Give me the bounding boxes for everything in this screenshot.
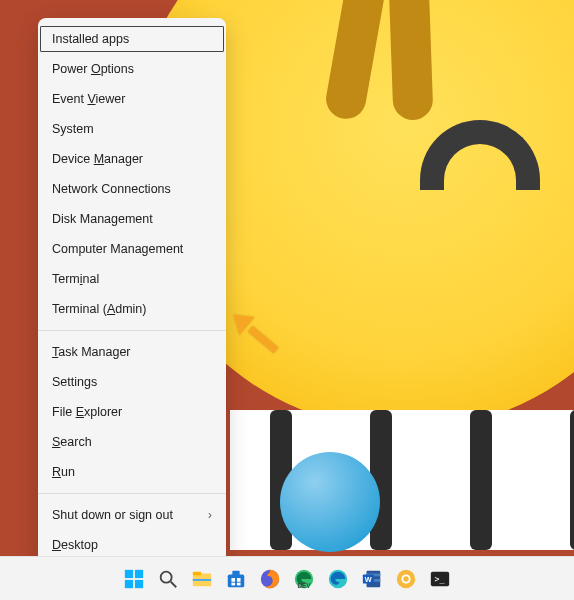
svg-text:W: W xyxy=(365,574,372,583)
menu-item-label: Task Manager xyxy=(52,345,131,359)
svg-rect-8 xyxy=(193,571,201,575)
svg-rect-13 xyxy=(237,578,241,582)
start-icon[interactable] xyxy=(120,565,148,593)
edge-icon[interactable] xyxy=(324,565,352,593)
menu-item-power-options[interactable]: Power Options xyxy=(38,54,226,84)
menu-item-network-connections[interactable]: Network Connections xyxy=(38,174,226,204)
menu-item-computer-management[interactable]: Computer Management xyxy=(38,234,226,264)
menu-item-event-viewer[interactable]: Event Viewer xyxy=(38,84,226,114)
chevron-right-icon: › xyxy=(208,508,212,522)
menu-separator xyxy=(38,330,226,331)
wallpaper-bars xyxy=(230,410,574,550)
file-explorer-icon[interactable] xyxy=(188,565,216,593)
menu-item-disk-management[interactable]: Disk Management xyxy=(38,204,226,234)
search-icon[interactable] xyxy=(154,565,182,593)
winx-context-menu: Installed appsPower OptionsEvent ViewerS… xyxy=(38,18,226,566)
menu-item-file-explorer[interactable]: File Explorer xyxy=(38,397,226,427)
svg-line-6 xyxy=(171,581,177,587)
menu-item-device-manager[interactable]: Device Manager xyxy=(38,144,226,174)
svg-point-5 xyxy=(161,571,172,582)
menu-item-label: Disk Management xyxy=(52,212,153,226)
svg-rect-3 xyxy=(125,579,133,587)
menu-item-label: Device Manager xyxy=(52,152,143,166)
menu-item-label: Desktop xyxy=(52,538,98,552)
firefox-icon[interactable] xyxy=(256,565,284,593)
menu-item-label: Terminal (Admin) xyxy=(52,302,146,316)
taskbar: DEVW>_ xyxy=(0,556,574,600)
menu-item-terminal[interactable]: Terminal xyxy=(38,264,226,294)
menu-item-task-manager[interactable]: Task Manager xyxy=(38,337,226,367)
menu-item-label: Event Viewer xyxy=(52,92,125,106)
edge-dev-icon[interactable]: DEV xyxy=(290,565,318,593)
terminal-icon[interactable]: >_ xyxy=(426,565,454,593)
menu-item-search[interactable]: Search xyxy=(38,427,226,457)
menu-item-label: File Explorer xyxy=(52,405,122,419)
svg-rect-4 xyxy=(135,579,143,587)
menu-item-settings[interactable]: Settings xyxy=(38,367,226,397)
menu-item-label: Installed apps xyxy=(52,32,129,46)
word-icon[interactable]: W xyxy=(358,565,386,593)
svg-rect-11 xyxy=(232,570,239,575)
svg-rect-1 xyxy=(125,569,133,577)
menu-item-system[interactable]: System xyxy=(38,114,226,144)
svg-text:>_: >_ xyxy=(435,573,445,583)
svg-rect-12 xyxy=(231,578,235,582)
menu-item-label: Power Options xyxy=(52,62,134,76)
menu-item-label: Terminal xyxy=(52,272,99,286)
wallpaper-ball xyxy=(280,452,380,552)
menu-item-label: Run xyxy=(52,465,75,479)
menu-item-label: Computer Management xyxy=(52,242,183,256)
menu-item-label: Shut down or sign out xyxy=(52,508,173,522)
outlook-icon[interactable] xyxy=(392,565,420,593)
menu-item-label: Network Connections xyxy=(52,182,171,196)
svg-rect-9 xyxy=(193,579,211,581)
menu-item-terminal-admin[interactable]: Terminal (Admin) xyxy=(38,294,226,324)
menu-item-label: Search xyxy=(52,435,92,449)
svg-rect-15 xyxy=(237,582,241,585)
svg-rect-0 xyxy=(248,326,279,354)
svg-rect-2 xyxy=(135,569,143,577)
menu-item-installed-apps[interactable]: Installed apps xyxy=(38,24,226,54)
menu-item-shut-down-or-sign-out[interactable]: Shut down or sign out› xyxy=(38,500,226,530)
svg-point-27 xyxy=(403,576,409,582)
svg-text:DEV: DEV xyxy=(297,582,311,589)
menu-item-label: Settings xyxy=(52,375,97,389)
microsoft-store-icon[interactable] xyxy=(222,565,250,593)
svg-rect-10 xyxy=(228,574,245,587)
menu-separator xyxy=(38,493,226,494)
menu-item-label: System xyxy=(52,122,94,136)
wallpaper-hand xyxy=(387,0,434,121)
menu-item-run[interactable]: Run xyxy=(38,457,226,487)
svg-rect-14 xyxy=(231,582,235,585)
